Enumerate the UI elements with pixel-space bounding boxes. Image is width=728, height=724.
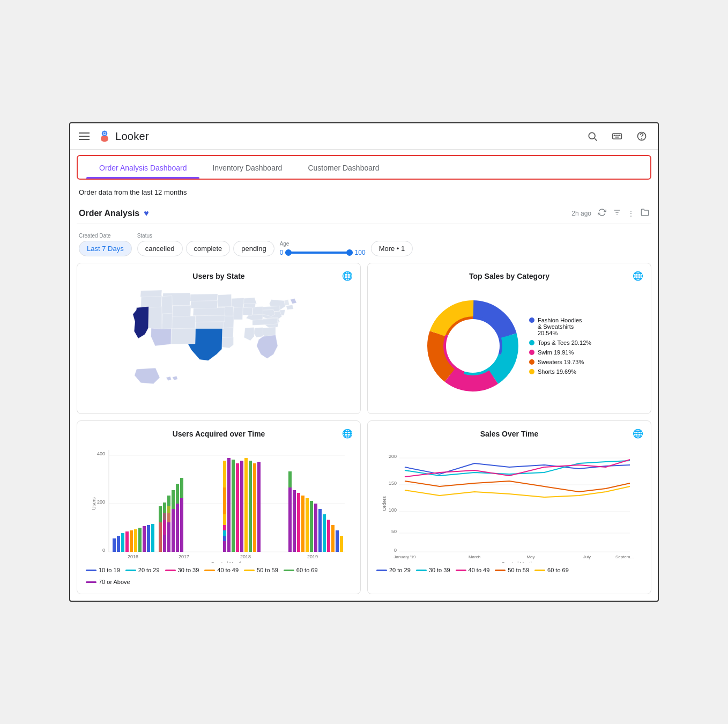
svg-point-12: [642, 139, 642, 139]
svg-point-3: [589, 132, 595, 139]
svg-rect-105: [227, 458, 231, 552]
svg-marker-16: [291, 299, 297, 304]
svg-rect-78: [117, 536, 120, 552]
svg-marker-62: [173, 376, 178, 380]
svg-rect-85: [147, 525, 150, 552]
legend-line-30-39: [165, 570, 176, 571]
sales-legend-line-50-59: [495, 570, 506, 571]
users-acquired-title: Users Acquired over Time: [86, 430, 352, 438]
svg-rect-5: [613, 134, 622, 139]
sales-legend-60-69: 60 to 69: [534, 567, 569, 573]
sales-legend-line-20-29: [376, 570, 387, 571]
svg-text:May: May: [526, 555, 534, 559]
logo: Looker: [97, 129, 149, 144]
filter-icon[interactable]: [613, 208, 621, 218]
svg-marker-27: [254, 327, 263, 337]
svg-text:0: 0: [394, 548, 397, 553]
search-icon[interactable]: [585, 129, 600, 144]
sales-over-time-globe-icon[interactable]: 🌐: [633, 429, 643, 439]
logo-icon: [97, 129, 112, 144]
svg-marker-33: [242, 307, 252, 315]
svg-rect-113: [223, 487, 226, 514]
legend-dot-hoodies: [529, 317, 534, 323]
svg-marker-38: [218, 294, 232, 307]
legend-dot-sweaters: [529, 359, 534, 365]
svg-text:2019: 2019: [307, 554, 318, 559]
heart-icon: ♥: [144, 209, 149, 218]
sales-over-time-card: Sales Over Time 🌐 200 150 100 50 0: [367, 420, 651, 594]
refresh-icon[interactable]: [598, 208, 606, 218]
svg-rect-126: [318, 509, 322, 552]
app-frame: Looker Order Analysis Dashboard Inventor…: [69, 122, 659, 602]
svg-text:Users: Users: [91, 497, 96, 510]
tab-inventory[interactable]: Inventory Dashboard: [199, 156, 295, 179]
tab-customer[interactable]: Customer Dashboard: [295, 156, 392, 179]
legend-line-40-49: [204, 570, 215, 571]
legend-dot-shorts: [529, 369, 534, 374]
tab-order-analysis[interactable]: Order Analysis Dashboard: [86, 156, 199, 179]
svg-marker-18: [286, 305, 294, 309]
legend-label-60-69: 60 to 69: [296, 567, 318, 573]
more-filters-button[interactable]: More • 1: [371, 241, 413, 256]
tabs-bar: Order Analysis Dashboard Inventory Dashb…: [77, 155, 651, 180]
svg-marker-54: [162, 313, 173, 329]
legend-50-59: 50 to 59: [244, 567, 278, 573]
svg-text:2016: 2016: [128, 554, 138, 559]
sales-legend-40-49: 40 to 49: [456, 567, 490, 573]
status-cancelled[interactable]: cancelled: [137, 241, 183, 256]
status-pending[interactable]: pending: [233, 241, 274, 256]
top-sales-globe-icon[interactable]: 🌐: [633, 271, 643, 281]
legend-label-40-49: 40 to 49: [217, 567, 239, 573]
svg-text:150: 150: [389, 481, 397, 486]
status-complete[interactable]: complete: [186, 241, 231, 256]
svg-rect-94: [172, 490, 175, 509]
help-icon[interactable]: [634, 129, 649, 144]
legend-line-60-69: [284, 570, 294, 571]
line-chart-container: 200 150 100 50 0 Orders: [376, 445, 642, 563]
section-header: Order Analysis ♥ 2h ago ⋮: [77, 203, 651, 224]
age-slider-right-thumb[interactable]: [346, 249, 353, 256]
svg-marker-47: [190, 300, 218, 308]
legend-60-69: 60 to 69: [284, 567, 318, 573]
legend-label-70-above: 70 or Above: [99, 579, 130, 585]
legend-item-shorts: Shorts 19.69%: [529, 368, 591, 375]
dashboard-section: Order Analysis ♥ 2h ago ⋮ Created Date: [70, 203, 658, 601]
legend-70-above: 70 or Above: [86, 579, 130, 585]
users-acquired-globe-icon[interactable]: 🌐: [342, 429, 353, 439]
status-filter: Status cancelled complete pending: [137, 233, 274, 256]
svg-marker-60: [135, 368, 160, 383]
legend-label-swim: Swim 19.91%: [538, 349, 574, 356]
sales-legend-30-39: 30 to 39: [416, 567, 450, 573]
svg-rect-93: [172, 509, 175, 552]
created-date-filter: Created Date Last 7 Days: [79, 233, 132, 256]
folder-icon[interactable]: [641, 208, 649, 218]
page-subtitle: Order data from the last 12 months: [70, 185, 658, 203]
top-bar-right: [585, 129, 649, 144]
age-slider-track[interactable]: [285, 252, 352, 254]
svg-text:Orders: Orders: [382, 496, 387, 511]
svg-marker-45: [195, 315, 225, 322]
svg-rect-112: [257, 462, 261, 552]
date-filter-button[interactable]: Last 7 Days: [79, 241, 132, 256]
svg-marker-28: [244, 327, 254, 341]
us-map-svg: [86, 287, 352, 405]
legend-dot-swim: [529, 350, 534, 355]
more-vert-icon[interactable]: ⋮: [628, 210, 634, 217]
svg-text:Septem...: Septem...: [615, 555, 634, 559]
legend-40-49: 40 to 49: [204, 567, 239, 573]
svg-rect-88: [159, 506, 162, 522]
legend-line-10-19: [86, 570, 96, 571]
keyboard-icon[interactable]: [610, 129, 625, 144]
svg-rect-99: [159, 522, 162, 552]
age-slider-left-thumb[interactable]: [285, 249, 292, 256]
timestamp: 2h ago: [571, 210, 591, 217]
users-by-state-globe-icon[interactable]: 🌐: [342, 271, 353, 281]
legend-item-tops: Tops & Tees 20.12%: [529, 339, 591, 346]
legend-label-sweaters: Sweaters 19.73%: [538, 359, 584, 365]
legend-label-tops: Tops & Tees 20.12%: [538, 339, 591, 346]
svg-marker-59: [133, 307, 149, 339]
menu-icon[interactable]: [79, 132, 90, 140]
legend-20-29: 20 to 29: [125, 567, 160, 573]
sales-legend-line-60-69: [534, 570, 545, 571]
svg-marker-56: [148, 306, 162, 329]
